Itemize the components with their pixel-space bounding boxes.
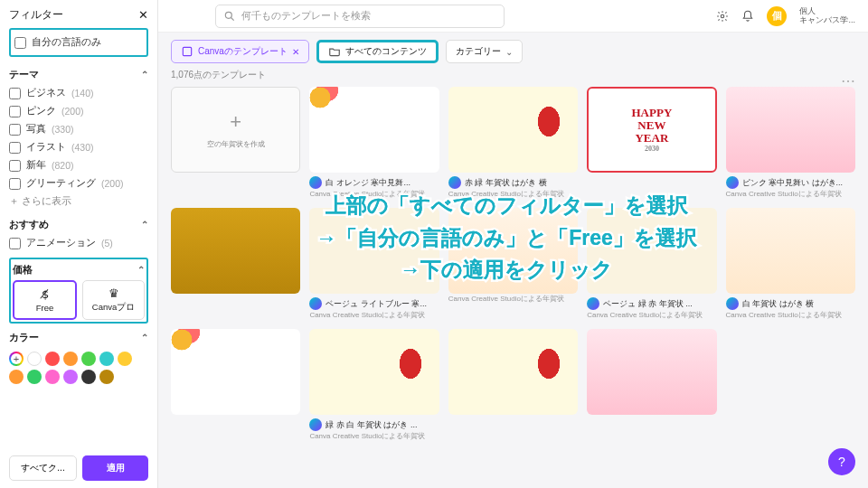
chip-all-content[interactable]: すべてのコンテンツ: [316, 40, 439, 63]
settings-icon[interactable]: [716, 10, 729, 23]
show-more[interactable]: ＋ さらに表示: [9, 192, 148, 211]
color-swatch[interactable]: [81, 370, 96, 384]
card-subtitle: Canva Creative Studioによる年賀状: [309, 431, 439, 441]
chevron-up-icon[interactable]: ⌃: [137, 265, 145, 275]
theme-checkbox[interactable]: イラスト (430): [9, 138, 148, 156]
card-title: ベージュ 緑 赤 年賀状 ...: [587, 297, 716, 310]
animation-checkbox[interactable]: アニメーション (5): [9, 234, 148, 252]
price-section-title: 価格: [13, 263, 33, 277]
remove-chip-icon[interactable]: ✕: [292, 47, 299, 57]
canva-icon: [726, 176, 739, 189]
theme-checkbox[interactable]: ビジネス (140): [9, 84, 148, 102]
template-card[interactable]: ピンク 寒中見舞い はがき...Canva Creative Studioによる…: [726, 87, 855, 199]
svg-point-0: [226, 12, 232, 18]
color-swatch[interactable]: [27, 352, 42, 366]
template-card[interactable]: [171, 329, 300, 441]
search-input[interactable]: 何千ものテンプレートを検索: [215, 5, 505, 28]
theme-checkbox[interactable]: ピンク (200): [9, 102, 148, 120]
price-free-button[interactable]: $̸Free: [13, 280, 77, 320]
template-thumbnail[interactable]: [309, 329, 439, 415]
canva-icon: [309, 297, 322, 310]
theme-checkbox[interactable]: グリーティング (200): [9, 174, 148, 192]
instruction-overlay: 上部の「すべてのフィルター」を選択上部の「すべてのフィルター」を選択 →「自分の…: [181, 190, 832, 286]
color-swatch[interactable]: [81, 352, 96, 366]
color-swatch[interactable]: [63, 352, 78, 366]
template-card[interactable]: [448, 329, 578, 441]
canva-icon: [309, 418, 322, 431]
color-swatch[interactable]: [9, 370, 24, 384]
help-fab[interactable]: ?: [828, 448, 855, 475]
card-subtitle: Canva Creative Studioによる年賀状: [587, 310, 716, 320]
chip-canva-templates[interactable]: Canvaのテンプレート✕: [171, 40, 309, 63]
card-title: ピンク 寒中見舞い はがき...: [726, 176, 855, 189]
template-thumbnail[interactable]: [171, 329, 300, 415]
theme-section-title: テーマ: [9, 68, 39, 81]
chevron-up-icon[interactable]: ⌃: [141, 333, 148, 343]
svg-rect-3: [183, 47, 191, 55]
clear-all-button[interactable]: すべてク...: [9, 455, 77, 481]
price-pro-button[interactable]: ♛Canvaプロ: [82, 280, 145, 320]
template-thumbnail[interactable]: [587, 329, 716, 415]
template-card[interactable]: 白 オレンジ 寒中見舞...Canva Creative Studioによる年賀…: [309, 87, 439, 199]
recommend-section-title: おすすめ: [9, 218, 49, 231]
chevron-down-icon: ⌄: [505, 47, 513, 57]
folder-icon: [328, 45, 341, 58]
own-language-highlight: 自分の言語のみ: [9, 28, 148, 57]
add-color-button[interactable]: +: [9, 352, 24, 366]
template-card[interactable]: HAPPY NEW YEAR2030: [587, 87, 716, 199]
apply-button[interactable]: 適用: [82, 455, 148, 481]
canva-icon: [309, 176, 322, 189]
search-icon: [223, 10, 236, 23]
color-section-title: カラー: [9, 331, 39, 344]
card-subtitle: Canva Creative Studioによる年賀状: [726, 310, 855, 320]
card-title: ベージュ ライトブルー 寒...: [309, 297, 439, 310]
card-subtitle: Canva Creative Studioによる年賀状: [448, 294, 578, 304]
card-title: 赤 緑 年賀状 はがき 横: [448, 176, 578, 189]
template-thumbnail[interactable]: [309, 87, 439, 173]
svg-line-1: [231, 17, 234, 20]
account-label[interactable]: 個人 キャンバス学...: [799, 7, 855, 25]
canva-icon: [448, 176, 461, 189]
template-card[interactable]: [587, 329, 716, 441]
color-swatch[interactable]: [63, 370, 78, 384]
template-card[interactable]: +空の年賀状を作成: [171, 87, 300, 199]
chip-category[interactable]: カテゴリー⌄: [446, 40, 523, 63]
avatar[interactable]: 個: [767, 6, 787, 26]
color-swatch[interactable]: [99, 352, 114, 366]
template-thumbnail[interactable]: [448, 329, 578, 415]
template-thumbnail[interactable]: +空の年賀状を作成: [171, 87, 300, 173]
filter-title: フィルター: [9, 7, 63, 23]
template-icon: [181, 45, 193, 58]
card-subtitle: Canva Creative Studioによる年賀状: [309, 310, 439, 320]
chevron-up-icon[interactable]: ⌃: [141, 220, 148, 230]
template-card[interactable]: 赤 緑 年賀状 はがき 横Canva Creative Studioによる年賀状: [448, 87, 578, 199]
chevron-up-icon[interactable]: ⌃: [141, 70, 148, 80]
theme-checkbox[interactable]: 新年 (820): [9, 156, 148, 174]
template-thumbnail[interactable]: HAPPY NEW YEAR2030: [587, 87, 716, 173]
color-swatch[interactable]: [27, 370, 42, 384]
color-swatch[interactable]: [45, 352, 60, 366]
color-swatch[interactable]: [99, 370, 114, 384]
canva-icon: [587, 297, 599, 310]
own-language-checkbox[interactable]: 自分の言語のみ: [14, 33, 143, 52]
bell-icon[interactable]: [741, 10, 754, 23]
theme-checkbox[interactable]: 写真 (330): [9, 120, 148, 138]
result-count: 1,076点のテンプレート: [158, 67, 868, 87]
card-title: 白 年賀状 はがき 横: [726, 297, 855, 310]
card-title: 緑 赤 白 年賀状 はがき ...: [309, 418, 439, 431]
card-title: 白 オレンジ 寒中見舞...: [309, 176, 439, 189]
close-icon[interactable]: ✕: [138, 8, 148, 22]
color-swatch[interactable]: [45, 370, 60, 384]
color-swatch[interactable]: [118, 352, 132, 366]
template-thumbnail[interactable]: [448, 87, 578, 173]
svg-point-2: [722, 14, 725, 18]
search-placeholder: 何千ものテンプレートを検索: [241, 9, 371, 23]
template-thumbnail[interactable]: [726, 87, 855, 173]
canva-icon: [726, 297, 739, 310]
template-card[interactable]: 緑 赤 白 年賀状 はがき ...Canva Creative Studioによ…: [309, 329, 439, 441]
filter-panel: フィルター ✕ 自分の言語のみ テーマ⌃ ビジネス (140)ピンク (200)…: [0, 0, 158, 488]
